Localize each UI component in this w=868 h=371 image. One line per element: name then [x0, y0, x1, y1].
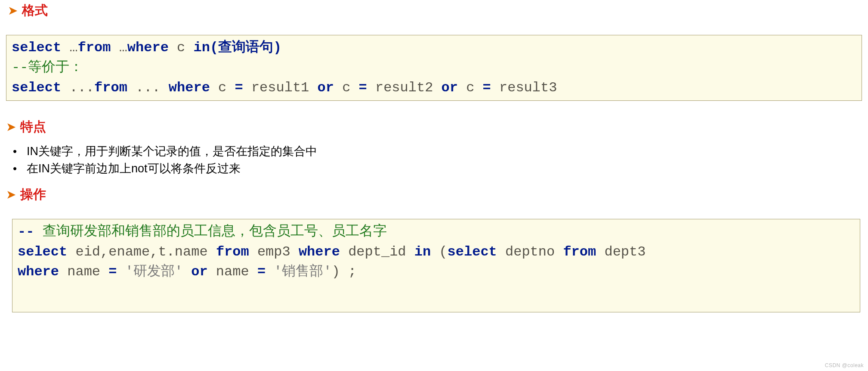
string-literal: '研发部' — [117, 264, 191, 280]
section-operate-title: 操作 — [20, 186, 46, 203]
kw-or: or — [442, 80, 458, 96]
arrow-icon: ➤ — [8, 3, 18, 18]
bullet-icon: • — [13, 162, 27, 175]
feature-text-1: IN关键字，用于判断某个记录的值，是否在指定的集合中 — [27, 143, 317, 159]
kw-select: select — [18, 244, 67, 260]
section-feature-header: ➤ 特点 — [6, 118, 868, 136]
kw-from: from — [216, 244, 249, 260]
bullet-icon: • — [13, 145, 27, 158]
kw-from: from — [94, 80, 127, 96]
list-item: •IN关键字，用于判断某个记录的值，是否在指定的集合中 — [13, 143, 868, 159]
kw-from: from — [563, 244, 596, 260]
kw-from: from — [78, 40, 111, 56]
feature-list: •IN关键字，用于判断某个记录的值，是否在指定的集合中 •在IN关键字前边加上n… — [13, 143, 868, 176]
kw-where: where — [299, 244, 340, 260]
section-format-header: ➤ 格式 — [8, 2, 868, 19]
kw-or: or — [191, 264, 207, 280]
kw-where: where — [18, 264, 59, 280]
comment: 查询研发部和销售部的员工信息，包含员工号、员工名字 — [34, 224, 386, 240]
kw-where: where — [169, 80, 210, 96]
list-item: •在IN关键字前边加上not可以将条件反过来 — [13, 161, 868, 176]
code-block-operate: -- 查询研发部和销售部的员工信息，包含员工号、员工名字 select eid,… — [12, 219, 860, 312]
kw-select: select — [12, 40, 61, 56]
section-format-title: 格式 — [22, 2, 48, 19]
arrow-icon: ➤ — [6, 120, 16, 134]
kw-in: in — [414, 244, 431, 260]
section-feature-title: 特点 — [20, 118, 46, 136]
code-block-format: select …from …where c in(查询语句) --等价于： se… — [6, 35, 862, 101]
kw-in: in(查询语句) — [193, 40, 281, 56]
kw-select: select — [12, 80, 61, 96]
watermark: CSDN @coleak — [825, 362, 864, 368]
kw-or: or — [318, 80, 334, 96]
string-literal: '销售部' — [266, 264, 332, 280]
section-operate-header: ➤ 操作 — [6, 186, 868, 203]
kw-select: select — [448, 244, 497, 260]
comment: --等价于： — [12, 59, 83, 75]
kw-where: where — [127, 40, 169, 56]
feature-text-2: 在IN关键字前边加上not可以将条件反过来 — [27, 161, 241, 176]
arrow-icon: ➤ — [6, 187, 16, 202]
